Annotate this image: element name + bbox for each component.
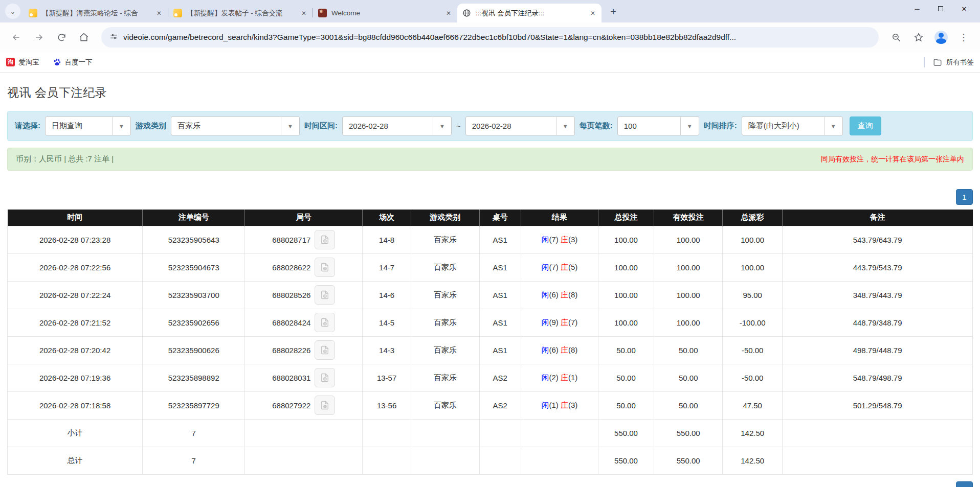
video-replay-button[interactable] [315,285,335,305]
site-info-icon[interactable] [109,32,118,43]
cell-table-no: AS2 [479,364,521,391]
cell-total-bet[interactable]: 50.00 [598,336,654,364]
all-bookmarks-button[interactable]: 所有书签 [933,58,974,67]
game-type-select[interactable]: 百家乐 ▼ [171,117,300,135]
cell-table-no: AS1 [479,253,521,281]
profile-avatar[interactable] [932,29,950,46]
cell-total-bet[interactable]: 100.00 [598,281,654,309]
sum-label: 小计 [8,419,143,447]
cell-table-no: AS1 [479,336,521,364]
tab-welcome[interactable]: Welcome ✕ [313,4,457,22]
cell-bet-id: 523235905643 [143,226,245,253]
cell-result: 闲(6) 庄(8) [521,281,598,309]
table-row: 2026-02-28 07:20:42 523235900626 6880282… [8,336,973,364]
video-replay-button[interactable] [315,313,335,332]
table-row: 2026-02-28 07:22:56 523235904673 6880286… [8,253,973,281]
cell-time: 2026-02-28 07:18:58 [8,391,143,419]
header-bet-id: 注单编号 [143,210,245,226]
result-banker: 庄 [561,401,568,409]
time-range-label: 时间区间: [304,121,338,131]
page-size-select[interactable]: 100 ▼ [617,117,699,135]
cell-total-bet[interactable]: 100.00 [598,253,654,281]
cell-bet-id: 523235897729 [143,391,245,419]
cell-payout: -50.00 [723,336,783,364]
date-to-select[interactable]: 2026-02-28 ▼ [465,117,575,135]
cell-round: 688028622 [245,253,363,281]
reload-icon[interactable] [53,29,70,46]
round-id: 688028031 [272,374,310,382]
search-button[interactable]: 查询 [850,117,881,135]
close-icon[interactable]: ✕ [154,9,164,18]
tab-title: 【新提醒】发表帖子 - 综合交流 [187,9,296,18]
new-tab-button[interactable]: + [606,4,621,19]
baidu-paw-icon [53,58,61,66]
cell-result: 闲(9) 庄(7) [521,309,598,336]
bookmark-aitaobao[interactable]: 淘 爱淘宝 [6,58,39,67]
page-1-button[interactable]: 1 [956,189,973,205]
window-close-button[interactable]: ✕ [952,1,976,17]
cell-remark: 443.79/543.79 [783,253,973,281]
cell-time: 2026-02-28 07:22:24 [8,281,143,309]
cell-round: 688028526 [245,281,363,309]
select-label: 请选择: [15,121,40,131]
cell-total-bet[interactable]: 100.00 [598,226,654,253]
table-row: 2026-02-28 07:23:28 523235905643 6880287… [8,226,973,253]
video-replay-button[interactable] [315,230,335,249]
sum-payout: 142.50 [723,447,783,474]
tab-bet-records-active[interactable]: :::视讯 会员下注纪录::: ✕ [457,4,602,22]
date-to-value: 2026-02-28 [466,117,556,135]
tab-post[interactable]: 【新提醒】发表帖子 - 综合交流 ✕ [168,4,313,22]
cell-total-bet[interactable]: 100.00 [598,309,654,336]
cell-bet-id: 523235904673 [143,253,245,281]
tab-forum[interactable]: 【新提醒】海燕策略论坛 - 综合 ✕ [24,4,168,22]
cell-table-no: AS1 [479,281,521,309]
close-icon[interactable]: ✕ [299,9,308,18]
close-icon[interactable]: ✕ [444,9,453,18]
url-text[interactable]: videoie.com/game/betrecord_search/kind3?… [123,33,736,42]
cell-valid-bet: 50.00 [654,364,723,391]
cell-total-bet[interactable]: 50.00 [598,364,654,391]
minimize-button[interactable]: ─ [905,1,929,17]
back-icon[interactable] [8,29,25,46]
header-game: 游戏类别 [411,210,479,226]
video-replay-button[interactable] [315,396,335,415]
zoom-icon[interactable] [887,29,905,46]
video-replay-button[interactable] [315,258,335,277]
bookmark-divider [924,57,925,67]
menu-dots-icon[interactable]: ⋮ [955,29,972,46]
tab-search-button[interactable]: ⌄ [5,4,20,19]
round-id: 688028424 [272,318,310,327]
header-time: 时间 [8,210,143,226]
date-from-select[interactable]: 2026-02-28 ▼ [342,117,452,135]
cell-game: 百家乐 [411,281,479,309]
close-icon[interactable]: ✕ [588,9,597,18]
browser-toolbar: videoie.com/game/betrecord_search/kind3?… [0,22,980,52]
sort-select[interactable]: 降幂(由大到小) ▼ [742,117,843,135]
pagination-top: 1 [7,189,973,205]
cell-round: 688027922 [245,391,363,419]
sort-value: 降幂(由大到小) [742,117,824,135]
cell-game: 百家乐 [411,364,479,391]
cell-remark: 548.79/498.79 [783,364,973,391]
cell-table-no: AS1 [479,226,521,253]
cell-session: 13-57 [363,364,411,391]
address-bar[interactable]: videoie.com/game/betrecord_search/kind3?… [101,27,879,48]
summary-bar: 币别：人民币 | 总共 :7 注单 | 同局有效投注，统一计算在该局第一张注单内 [7,148,973,171]
cell-payout: -50.00 [723,364,783,391]
cell-valid-bet: 100.00 [654,309,723,336]
video-replay-button[interactable] [315,340,335,360]
cell-table-no: AS2 [479,391,521,419]
home-icon[interactable] [75,29,93,46]
summary-row: 小计 7 550.00 550.00 142.50 [8,419,973,447]
page-1-button[interactable]: 1 [956,481,973,487]
video-replay-button[interactable] [315,368,335,387]
cell-valid-bet: 100.00 [654,253,723,281]
bookmark-baidu[interactable]: 百度一下 [53,58,93,67]
cell-session: 14-7 [363,253,411,281]
query-type-select[interactable]: 日期查询 ▼ [45,117,131,135]
chevron-down-icon: ▼ [281,117,299,135]
cell-total-bet[interactable]: 50.00 [598,391,654,419]
bookmark-star-icon[interactable] [910,29,927,46]
forward-icon[interactable] [30,29,48,46]
maximize-button[interactable] [929,1,952,17]
